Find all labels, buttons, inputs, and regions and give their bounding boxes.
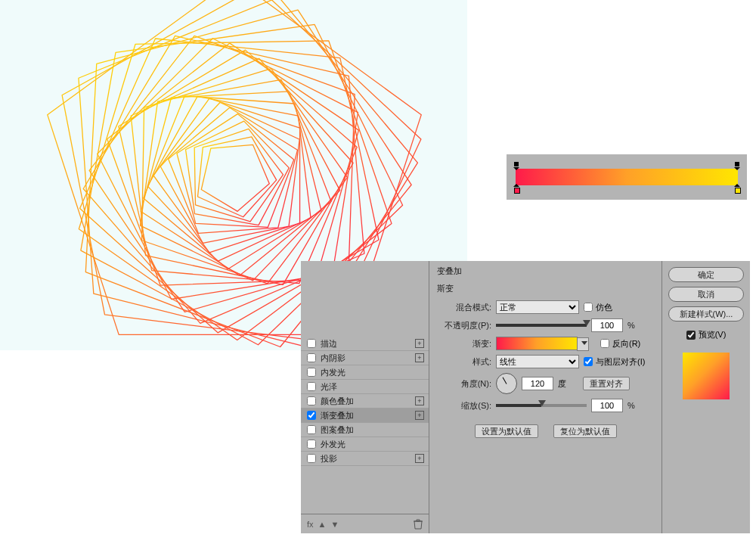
arrow-down-icon[interactable]: ▼: [330, 520, 339, 529]
angle-row: 角度(N): 120 度 重置对齐: [437, 373, 654, 394]
scale-row: 缩放(S): 100 %: [437, 399, 654, 412]
scale-slider[interactable]: [496, 404, 587, 407]
degree-label: 度: [558, 378, 566, 390]
fx-row-checkbox[interactable]: [307, 339, 316, 348]
fx-row[interactable]: 渐变叠加+: [301, 409, 429, 423]
fx-row-label: 外发光: [321, 439, 424, 450]
style-row: 样式: 线性 与图层对齐(I): [437, 355, 654, 368]
fx-row[interactable]: 光泽: [301, 380, 429, 394]
preview-checkbox[interactable]: 预览(V): [686, 329, 727, 340]
color-stop-right[interactable]: [734, 186, 740, 192]
plus-icon[interactable]: +: [415, 411, 424, 420]
scale-label: 缩放(S):: [437, 400, 491, 412]
section-title: 斯变: [437, 283, 654, 296]
dither-label: 仿色: [596, 302, 612, 313]
panel-title: 变叠加: [437, 266, 654, 278]
opacity-value[interactable]: 100: [591, 318, 623, 332]
plus-icon[interactable]: +: [415, 339, 424, 348]
fx-row-label: 内阴影: [321, 353, 415, 364]
blend-mode-select[interactable]: 正常: [496, 300, 579, 314]
fx-list-footer: fx ▲ ▼: [301, 514, 429, 533]
svg-marker-23: [194, 129, 283, 222]
fx-row[interactable]: 内阴影+: [301, 351, 429, 365]
align-label: 与图层对齐(I): [596, 356, 645, 368]
gradient-ramp[interactable]: [516, 169, 738, 185]
fx-list: 描边+内阴影+内发光光泽颜色叠加+渐变叠加+图案叠加外发光投影+: [301, 261, 429, 514]
dialog-right-column: 确定 取消 新建样式(W)... 预览(V): [662, 261, 750, 533]
gradient-label: 渐变:: [437, 338, 491, 350]
scale-value[interactable]: 100: [591, 399, 623, 412]
fx-row-checkbox[interactable]: [307, 382, 316, 391]
preview-label: 预览(V): [699, 329, 727, 340]
gradient-overlay-settings: 变叠加 斯变 混合模式: 正常 仿色 不透明度(P): 100 % 渐变: 反向: [429, 261, 662, 533]
ok-button[interactable]: 确定: [668, 267, 744, 282]
fx-row-checkbox[interactable]: [307, 440, 316, 449]
percent-label-2: %: [627, 401, 635, 410]
fx-row-label: 图案叠加: [321, 424, 424, 436]
svg-marker-13: [142, 69, 348, 284]
fx-row-label: 渐变叠加: [321, 410, 415, 421]
fx-row[interactable]: 投影+: [301, 452, 429, 466]
opacity-slider[interactable]: [496, 324, 587, 327]
fx-row-checkbox[interactable]: [307, 425, 316, 434]
fx-icon[interactable]: fx: [307, 520, 314, 529]
blend-mode-label: 混合模式:: [437, 302, 491, 313]
svg-marker-25: [201, 144, 269, 211]
fx-row-checkbox[interactable]: [307, 368, 316, 377]
opacity-label: 不透明度(P):: [437, 320, 491, 331]
angle-value[interactable]: 120: [522, 377, 553, 390]
cancel-button[interactable]: 取消: [668, 287, 744, 302]
fx-row-label: 投影: [321, 453, 415, 464]
opacity-stop-right[interactable]: [734, 162, 740, 168]
new-style-button[interactable]: 新建样式(W)...: [668, 306, 744, 322]
fx-row-label: 光泽: [321, 381, 424, 393]
fx-row[interactable]: 颜色叠加+: [301, 394, 429, 409]
fx-row[interactable]: 内发光: [301, 365, 429, 380]
fx-row-label: 颜色叠加: [321, 396, 415, 407]
opacity-row: 不透明度(P): 100 %: [437, 318, 654, 332]
trash-icon[interactable]: [414, 519, 423, 530]
fx-row-checkbox[interactable]: [307, 454, 316, 463]
dither-checkbox[interactable]: 仿色: [584, 302, 612, 313]
fx-row-label: 内发光: [321, 367, 424, 378]
style-select[interactable]: 线性: [496, 355, 579, 368]
align-checkbox[interactable]: 与图层对齐(I): [584, 356, 645, 368]
fx-row-checkbox[interactable]: [307, 396, 316, 405]
preview-swatch: [683, 353, 730, 399]
fx-row[interactable]: 外发光: [301, 437, 429, 452]
reset-align-button[interactable]: 重置对齐: [583, 377, 630, 390]
blend-mode-row: 混合模式: 正常 仿色: [437, 300, 654, 314]
fx-row-checkbox[interactable]: [307, 353, 316, 362]
gradient-ramp-editor[interactable]: [507, 154, 747, 200]
arrow-up-icon[interactable]: ▲: [318, 520, 327, 529]
plus-icon[interactable]: +: [415, 353, 424, 362]
opacity-stop-left[interactable]: [513, 162, 519, 168]
reverse-checkbox[interactable]: 反向(R): [600, 338, 640, 350]
svg-marker-11: [119, 50, 357, 284]
style-label: 样式:: [437, 356, 491, 368]
gradient-swatch[interactable]: [496, 337, 578, 350]
chevron-down-icon[interactable]: [581, 341, 587, 345]
layer-style-dialog: 描边+内阴影+内发光光泽颜色叠加+渐变叠加+图案叠加外发光投影+ fx ▲ ▼ …: [301, 261, 750, 533]
defaults-row: 设置为默认值 复位为默认值: [437, 417, 654, 438]
fx-list-column: 描边+内阴影+内发光光泽颜色叠加+渐变叠加+图案叠加外发光投影+ fx ▲ ▼: [301, 261, 429, 533]
svg-marker-22: [186, 121, 290, 225]
gradient-row: 渐变: 反向(R): [437, 337, 654, 350]
plus-icon[interactable]: +: [415, 454, 424, 463]
fx-row-checkbox[interactable]: [307, 411, 316, 420]
svg-marker-24: [198, 137, 277, 217]
reverse-label: 反向(R): [612, 338, 640, 350]
color-stop-left[interactable]: [513, 186, 519, 192]
fx-row[interactable]: 图案叠加: [301, 423, 429, 437]
reset-default-button[interactable]: 复位为默认值: [553, 424, 617, 438]
angle-label: 角度(N):: [437, 378, 491, 390]
percent-label: %: [627, 321, 635, 330]
set-default-button[interactable]: 设置为默认值: [475, 424, 538, 438]
plus-icon[interactable]: +: [415, 396, 424, 405]
fx-row[interactable]: 描边+: [301, 337, 429, 351]
angle-dial[interactable]: [496, 373, 517, 394]
fx-row-label: 描边: [321, 338, 415, 350]
